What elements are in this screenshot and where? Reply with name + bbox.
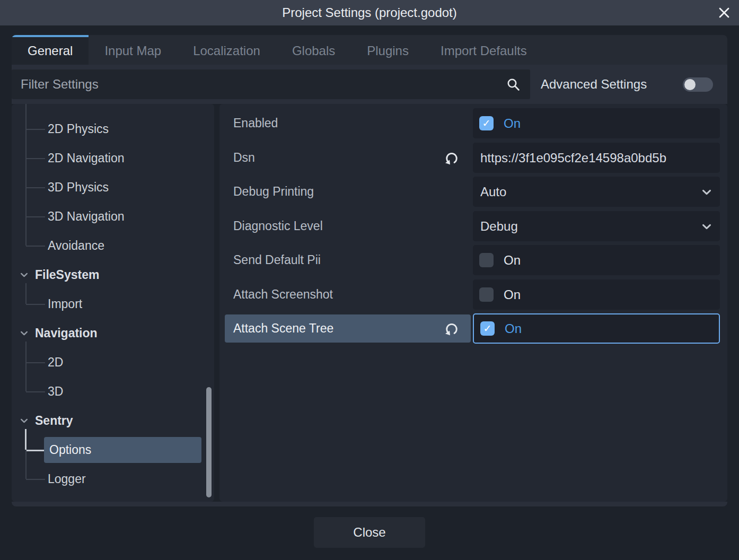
chevron-down-icon[interactable] (20, 273, 28, 277)
attach-scene-tree-checkbox[interactable]: ✓ (480, 321, 495, 336)
setting-label: Enabled (233, 108, 278, 138)
enabled-checkbox[interactable]: ✓ (479, 116, 494, 130)
tab-globals[interactable]: Globals (276, 35, 351, 65)
tree-item-filesystem[interactable]: FileSystem (12, 260, 214, 290)
diagnostic-level-dropdown[interactable]: Debug (473, 211, 720, 241)
setting-label: Dsn (233, 143, 255, 173)
filter-toolbar: Advanced Settings (12, 65, 727, 104)
tree-item-label: 3D Physics (48, 180, 109, 195)
tree-item-label: Navigation (35, 326, 98, 340)
checkbox-state-label: On (504, 116, 521, 131)
tree-item-2d-navigation[interactable]: 2D Navigation (12, 144, 214, 173)
setting-row-enabled: Enabled✓On (219, 108, 727, 138)
enabled-editor: ✓On (473, 108, 720, 138)
tree-item-avoidance[interactable]: Avoidance (12, 231, 214, 260)
checkbox-state-label: On (504, 253, 521, 268)
tree-item-label: Import (48, 297, 82, 311)
tree-item-3d-navigation[interactable]: 3D Navigation (12, 202, 214, 231)
settings-panel: Enabled✓OnDsnhttps://3f1e095cf2e14598a0b… (219, 104, 727, 502)
setting-label: Send Default Pii (233, 245, 321, 275)
tab-bar: General Input Map Localization Globals P… (12, 35, 727, 65)
tree-item-label: Avoidance (48, 239, 104, 253)
dsn-value: https://3f1e095cf2e14598a0bd5b (480, 151, 666, 165)
tree-item-3d-physics[interactable]: 3D Physics (12, 173, 214, 202)
advanced-settings-label: Advanced Settings (541, 65, 647, 104)
tree-item-navigation[interactable]: Navigation (12, 319, 214, 348)
setting-row-diagnostic-level: Diagnostic LevelDebug (219, 211, 727, 241)
setting-row-attach-scene-tree: Attach Scene Tree✓On (219, 313, 727, 344)
setting-label: Attach Scene Tree (233, 313, 333, 344)
tab-general[interactable]: General (12, 35, 89, 65)
project-settings-dialog: Project Settings (project.godot) General… (0, 0, 739, 560)
tree-item-label: 2D (48, 355, 63, 370)
tree-item-3d[interactable]: 3D (12, 377, 214, 406)
attach-scene-tree-editor: ✓On (473, 313, 720, 344)
setting-label: Debug Printing (233, 177, 314, 207)
tab-input-map[interactable]: Input Map (89, 35, 177, 65)
tab-plugins[interactable]: Plugins (351, 35, 425, 65)
setting-row-attach-screenshot: Attach ScreenshotOn (219, 279, 727, 310)
chevron-down-icon[interactable] (20, 418, 28, 423)
setting-label: Diagnostic Level (233, 211, 323, 241)
tree-item-label: 3D Navigation (48, 209, 124, 224)
chevron-down-icon (702, 189, 711, 195)
dropdown-selected-value: Debug (480, 219, 518, 234)
setting-label: Attach Screenshot (233, 279, 333, 310)
tree-item-label: Sentry (35, 414, 73, 428)
tree-item-2d[interactable]: 2D (12, 348, 214, 377)
scrollbar-thumb[interactable] (206, 387, 212, 497)
close-icon (718, 6, 731, 21)
attach-screenshot-editor: On (473, 279, 720, 310)
tree-item-sentry[interactable]: Sentry (12, 406, 214, 435)
send-default-pii-editor: On (473, 245, 720, 275)
tree-item-label: 3D (48, 384, 63, 399)
tree-item-logger[interactable]: Logger (12, 465, 214, 494)
dsn-input[interactable]: https://3f1e095cf2e14598a0bd5b (473, 143, 720, 173)
close-button[interactable]: Close (314, 517, 425, 548)
debug-printing-dropdown[interactable]: Auto (473, 177, 720, 207)
tree-item-label: 2D Navigation (48, 151, 124, 165)
checkbox-state-label: On (505, 321, 522, 336)
tab-localization[interactable]: Localization (177, 35, 276, 65)
panel-bottom-strip (12, 502, 727, 506)
tree-item-options[interactable]: Options (12, 435, 214, 465)
tab-import-defaults[interactable]: Import Defaults (425, 35, 543, 65)
tree-item-label: Logger (48, 472, 86, 486)
setting-row-dsn: Dsnhttps://3f1e095cf2e14598a0bd5b (219, 143, 727, 173)
setting-row-debug-printing: Debug PrintingAuto (219, 177, 727, 207)
settings-tree: 2D Physics2D Navigation3D Physics3D Navi… (12, 104, 214, 502)
chevron-down-icon[interactable] (20, 331, 28, 336)
chevron-down-icon (702, 224, 711, 230)
close-dialog-button[interactable] (717, 6, 732, 21)
revert-icon[interactable] (444, 320, 460, 336)
tree-item-label: FileSystem (35, 268, 99, 282)
attach-screenshot-checkbox[interactable] (479, 287, 494, 302)
checkbox-state-label: On (504, 287, 521, 302)
tree-item-2d-physics[interactable]: 2D Physics (12, 115, 214, 144)
dialog-title: Project Settings (project.godot) (282, 5, 457, 20)
tree-item-label: Options (49, 443, 91, 457)
revert-icon[interactable] (444, 150, 460, 165)
send-default-pii-checkbox[interactable] (479, 253, 494, 267)
setting-row-send-default-pii: Send Default PiiOn (219, 245, 727, 275)
filter-settings-input[interactable] (12, 69, 530, 99)
advanced-settings-toggle[interactable] (683, 77, 713, 92)
toggle-knob (684, 79, 696, 90)
tree-item-label: 2D Physics (48, 122, 109, 136)
tree-item-import[interactable]: Import (12, 290, 214, 319)
title-bar: Project Settings (project.godot) (0, 0, 739, 25)
dropdown-selected-value: Auto (480, 185, 506, 199)
